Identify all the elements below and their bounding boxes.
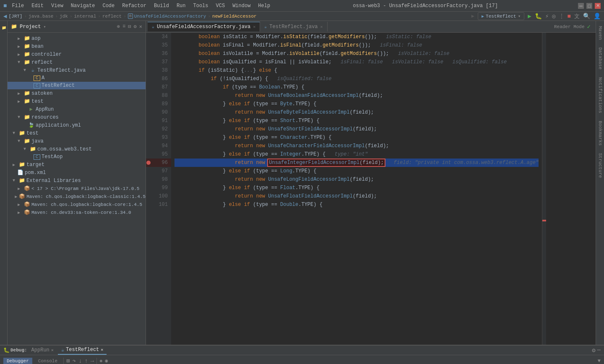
tree-label-java-test: java — [31, 138, 44, 144]
sidebar-new[interactable]: ⊕ — [117, 23, 120, 30]
breadcrumb-internal[interactable]: internal — [74, 14, 96, 19]
debugger-tab-btn[interactable]: Debugger — [3, 358, 32, 364]
step-out-btn[interactable]: ↑ — [84, 358, 88, 364]
debug-settings-btn[interactable]: ⚙ — [592, 347, 595, 354]
titlebar-menu-edit[interactable]: Edit — [29, 3, 46, 9]
btab-testreflect[interactable]: ☕ TestReflect ✕ — [58, 346, 107, 355]
view-breakpoints-btn[interactable]: ◈ — [99, 358, 102, 364]
coverage-button[interactable]: ◎ — [552, 13, 555, 20]
breadcrumb-class[interactable]: mUnsafeFieldAccessorFactory — [128, 13, 206, 19]
tree-item-reflect[interactable]: ▼ 📁 reflect — [8, 58, 146, 66]
titlebar-menu-code[interactable]: Code — [100, 3, 117, 9]
breadcrumb-toggle[interactable]: ✓ — [587, 23, 591, 30]
debug-button[interactable]: 🐛 — [535, 13, 542, 20]
tree-item-a[interactable]: C A — [8, 74, 146, 82]
mute-breakpoints-btn[interactable]: ◉ — [105, 358, 108, 364]
stop-button[interactable]: ■ — [568, 13, 571, 20]
tree-item-satoken[interactable]: ▶ 📁 satoken — [8, 89, 146, 97]
tree-item-pkg-test[interactable]: ▼ 📁 com.ossa.web3.test — [8, 145, 146, 153]
run-config-label[interactable]: TestReflect — [486, 14, 516, 19]
titlebar-menu-run[interactable]: Run — [174, 3, 188, 9]
tree-item-target[interactable]: ▶ 📁 target — [8, 161, 146, 169]
close-button[interactable]: ✕ — [595, 3, 601, 9]
database-panel-btn[interactable]: Database — [597, 44, 604, 73]
testreflect-tab-icon: ☕ — [61, 347, 64, 353]
run-button[interactable]: ▶ — [528, 13, 531, 20]
breadcrumb-reflect[interactable]: reflect — [102, 14, 122, 19]
breadcrumb-jrt[interactable]: [JRT] — [8, 14, 22, 19]
scrollbar-indicator[interactable] — [542, 33, 546, 345]
tree-item-ext-libs[interactable]: ▼ 📁 External Libraries — [8, 177, 146, 185]
titlebar-menu-help[interactable]: Help — [255, 3, 273, 9]
tree-label-pkg-test: com.ossa.web3.test — [37, 146, 92, 152]
breadcrumb-method[interactable]: newFieldAccessor — [212, 14, 257, 19]
structure-panel-btn[interactable]: Structure — [597, 150, 604, 181]
breadcrumb-java-base[interactable]: java.base — [29, 14, 53, 19]
run-to-cursor-btn[interactable]: → — [91, 358, 94, 364]
tree-item-pom-xml[interactable]: 📄 pom.xml — [8, 169, 146, 177]
code-content-area[interactable]: boolean isStatic = Modifier.isStatic(fie… — [171, 33, 542, 345]
nav-btn-back[interactable]: ◀ — [3, 13, 7, 20]
tree-item-logback-classic[interactable]: ▶ 📦 Maven: ch.qos.logback:logback-classi… — [8, 192, 146, 200]
nav-forward[interactable]: ▶ — [471, 13, 474, 19]
tree-item-controller[interactable]: ▶ 📁 controller — [8, 50, 146, 58]
sidebar-settings[interactable]: ⚙ — [134, 23, 137, 30]
notifications-panel-btn[interactable]: Notifications — [597, 74, 604, 117]
tree-item-aop[interactable]: ▶ 📁 aop — [8, 34, 146, 42]
tree-item-application-yml[interactable]: 🍃 application.yml — [8, 121, 146, 129]
sidebar-collapse[interactable]: ⊟ — [128, 23, 131, 30]
tree-item-resources[interactable]: ▼ 📁 resources — [8, 113, 146, 121]
tree-item-test-root[interactable]: ▼ 📁 test — [8, 129, 146, 137]
maven-panel-btn[interactable]: Maven — [597, 23, 604, 43]
tree-item-jdk17[interactable]: ▶ 📦 < 17 > C:\Program Files\Java\jdk-17.… — [8, 185, 146, 192]
gutter-line-35: 35 — [146, 41, 171, 49]
profile-button[interactable]: ⚡ — [545, 13, 549, 20]
user-icon[interactable]: 👤 — [594, 13, 601, 20]
titlebar-menu-navigate[interactable]: Navigate — [68, 3, 98, 9]
tab-close-unsafe[interactable]: ✕ — [253, 24, 255, 29]
titlebar-menu-window[interactable]: Window — [230, 3, 253, 9]
tree-item-test[interactable]: ▶ 📁 test — [8, 97, 146, 105]
tree-item-bean[interactable]: ▶ 📁 bean — [8, 42, 146, 50]
titlebar-menu-refactor[interactable]: Refactor — [120, 3, 149, 9]
more-run-options[interactable]: ⋮ — [559, 13, 564, 19]
debug-icon: 🐛 — [3, 347, 10, 354]
btab-apprun[interactable]: AppRun ✕ — [28, 346, 57, 354]
testreflect-tab-close[interactable]: ✕ — [101, 347, 103, 352]
close-debug-btn[interactable]: ▼ — [598, 358, 601, 364]
minimize-button[interactable]: ─ — [578, 3, 584, 9]
project-icon[interactable]: 📁 — [1, 23, 7, 32]
run-config-dropdown[interactable]: ▾ — [518, 13, 521, 19]
sidebar-dropdown[interactable]: ▾ — [43, 24, 46, 29]
tree-item-logback-core[interactable]: ▶ 📦 Maven: ch.qos.logback:logback-core:1… — [8, 200, 146, 208]
titlebar-menu-tools[interactable]: Tools — [191, 3, 211, 9]
titlebar-menu-vcs[interactable]: VCS — [213, 3, 228, 9]
apprun-icon: ▶ — [28, 106, 34, 112]
console-tab-btn[interactable]: Console — [35, 358, 61, 364]
step-into-btn[interactable]: ↓ — [78, 358, 82, 364]
tab-close-testreflect[interactable]: ✕ — [320, 24, 323, 29]
debug-minimize-btn[interactable]: ─ — [597, 347, 601, 354]
breadcrumb-jdk[interactable]: jdk — [60, 14, 68, 19]
apprun-tab-close[interactable]: ✕ — [51, 348, 54, 353]
step-over-btn[interactable]: ↷ — [72, 357, 76, 364]
tree-item-apprun[interactable]: ▶ AppRun — [8, 105, 146, 113]
titlebar-menu-build[interactable]: Build — [151, 3, 172, 9]
gutter-line-91: 91 — [146, 117, 171, 125]
search-everywhere[interactable]: 🔍 — [583, 13, 590, 20]
restore-layout-btn[interactable]: ⊞ — [66, 357, 70, 364]
tree-item-testreflect-java[interactable]: ▼ ☕ TestReflect.java — [8, 66, 146, 74]
reader-mode-btn[interactable]: Reader Mode — [554, 24, 585, 29]
maximize-button[interactable]: □ — [586, 3, 592, 9]
tree-item-testaop[interactable]: C TestAop — [8, 153, 146, 161]
tree-item-testreflect[interactable]: C TestReflect — [8, 82, 146, 89]
titlebar-menu-view[interactable]: View — [49, 3, 66, 9]
bookmarks-panel-btn[interactable]: Bookmarks — [597, 117, 604, 149]
tree-item-satoken-lib[interactable]: ▶ 📦 Maven: cn.dev33:sa-token-core:1.34.0 — [8, 208, 146, 216]
tree-item-java-test[interactable]: ▼ 📁 java — [8, 137, 146, 145]
sidebar-close[interactable]: ✕ — [139, 23, 142, 30]
titlebar-menu-file[interactable]: File — [9, 3, 26, 9]
tab-testreflect[interactable]: ☕ TestReflect.java ✕ — [260, 22, 327, 31]
tab-unsafe-factory[interactable]: ☕ UnsafeFieldAccessorFactory.java ✕ — [148, 22, 260, 31]
sidebar-list-view[interactable]: ≡ — [122, 23, 125, 30]
